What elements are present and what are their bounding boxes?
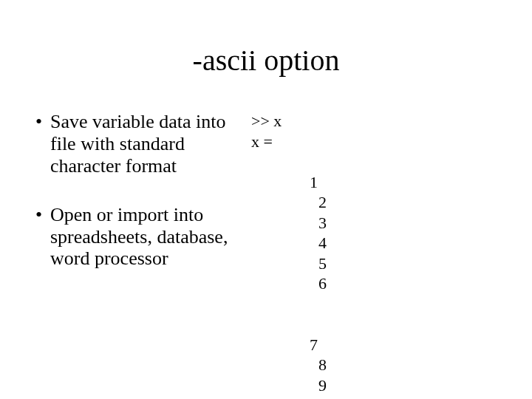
bullet-text: Open or import into spreadsheets, databa… <box>50 204 244 270</box>
slide-title: -ascii option <box>0 43 532 78</box>
code-line-x-eq: x = <box>251 132 517 152</box>
bullet-item: • Open or import into spreadsheets, data… <box>35 204 244 270</box>
slide-body: • Save variable data into file with stan… <box>0 111 532 399</box>
matrix-cell: 8 <box>297 355 327 375</box>
matrix-cell: 2 <box>297 192 327 213</box>
bullet-dot-icon: • <box>35 111 50 177</box>
matrix-cell: 7 <box>297 335 318 355</box>
matrix-cell: 9 <box>297 375 327 396</box>
matrix-cell: 3 <box>297 213 327 233</box>
slide: -ascii option • Save variable data into … <box>0 0 532 399</box>
bullet-dot-icon: • <box>35 204 50 270</box>
code-line-x-row1: 1 2 3 4 5 6 <box>251 151 517 314</box>
code-line-prompt-x: >> x <box>251 111 517 132</box>
bullet-list: • Save variable data into file with stan… <box>0 111 244 399</box>
bullet-text: Save variable data into file with standa… <box>50 111 244 177</box>
code-line-x-row2: 7 8 9 10 <box>251 314 517 399</box>
matrix-cell: 5 <box>297 253 327 274</box>
matrix-cell: 4 <box>297 233 327 253</box>
bullet-item: • Save variable data into file with stan… <box>35 111 244 177</box>
matrix-cell: 6 <box>297 273 327 294</box>
matrix-cell: 1 <box>297 172 318 193</box>
code-block: >> x x = 1 2 3 4 5 6 7 8 9 10 >> y y = 1… <box>244 111 517 399</box>
matrix-cell: 10 <box>297 395 327 399</box>
